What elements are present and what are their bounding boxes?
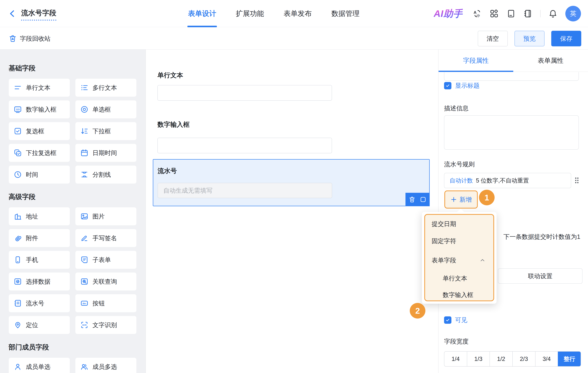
serial-number-field-selected[interactable]: 流水号 自动生成无需填写	[153, 159, 430, 206]
sidebar-field-item[interactable]: 地址	[9, 207, 70, 225]
width-option-4[interactable]: 3/4	[535, 352, 558, 366]
save-button[interactable]: 保存	[551, 31, 581, 46]
serial-rule-item[interactable]: 自动计数 5 位数字,不自动重置	[444, 173, 571, 188]
annotation-badge-1: 1	[479, 190, 494, 205]
dropdown-sub-item[interactable]: 单行文本	[432, 270, 497, 287]
width-option-1[interactable]: 1/3	[467, 352, 490, 366]
sidebar-field-item[interactable]: 时间	[9, 165, 70, 184]
translate-icon[interactable]: A中	[473, 9, 482, 18]
sidebar-field-item[interactable]: 分割线	[75, 165, 136, 184]
show-title-row[interactable]: 显示标题	[444, 81, 480, 90]
sidebar-field-item[interactable]: Btn按钮	[75, 294, 136, 313]
sidebar-field-item[interactable]: 选择数据	[9, 272, 70, 291]
sidebar-section-grid: 地址图片附件手写签名手机子表单选择数据关联查询流水号Btn按钮定位OCR文字识别	[9, 207, 136, 334]
checkbox-checked-icon[interactable]	[444, 82, 452, 89]
sidebar-field-label: 关联查询	[93, 277, 117, 286]
ocr-icon: OCR	[80, 321, 88, 329]
sidebar-field-label: 子表单	[93, 256, 111, 264]
apps-grid-icon[interactable]	[490, 9, 499, 18]
nav-tab-0[interactable]: 表单设计	[188, 0, 216, 27]
sidebar-field-item[interactable]: 成员单选	[9, 358, 70, 373]
counter-hint-text: 下一条数据提交时计数值为1	[504, 232, 580, 241]
serial-number-icon	[14, 299, 22, 307]
sidebar-field-item[interactable]: 手机	[9, 251, 70, 269]
sidebar-field-item[interactable]: 下拉框	[75, 122, 136, 140]
number-input[interactable]	[158, 138, 332, 153]
sidebar-field-item[interactable]: 123数字输入框	[9, 100, 70, 119]
field-recycle-bin[interactable]: 字段回收站	[9, 28, 51, 50]
sidebar-section-grid: 单行文本多行文本123数字输入框单选框复选框下拉框下拉复选框日期时间时间分割线	[9, 79, 136, 184]
delete-field-icon[interactable]	[409, 196, 416, 203]
sidebar-field-label: 单行文本	[26, 83, 50, 92]
address-icon	[14, 212, 22, 221]
sidebar-section-title: 基础字段	[9, 64, 136, 73]
width-option-0[interactable]: 1/4	[444, 352, 467, 366]
recycle-trash-icon	[9, 34, 17, 43]
width-option-5[interactable]: 整行	[558, 352, 581, 366]
tab-form-properties[interactable]: 表单属性	[513, 50, 588, 72]
header-left: 流水号字段	[8, 0, 56, 27]
sidebar-field-label: 下拉框	[93, 127, 111, 135]
checkbox-checked-icon[interactable]	[444, 316, 452, 324]
sidebar-field-item[interactable]: 日期时间	[75, 144, 136, 162]
ai-assistant-logo[interactable]: AI助手	[434, 7, 463, 20]
svg-text:123: 123	[16, 108, 20, 111]
sidebar-field-item[interactable]: 定位	[9, 316, 70, 334]
sidebar-field-label: 时间	[26, 171, 38, 179]
description-textarea[interactable]	[444, 115, 579, 150]
sidebar-field-label: 选择数据	[26, 277, 50, 286]
drag-handle-icon[interactable]	[573, 176, 581, 185]
chevron-up-icon	[479, 257, 486, 264]
field-palette-sidebar: 基础字段单行文本多行文本123数字输入框单选框复选框下拉框下拉复选框日期时间时间…	[0, 50, 146, 373]
nav-tab-3[interactable]: 数据管理	[331, 0, 359, 27]
sidebar-field-label: 复选框	[26, 127, 44, 135]
add-rule-button[interactable]: 新增	[444, 191, 478, 209]
serial-number-input: 自动生成无需填写	[158, 183, 332, 198]
header-actions: AI助手 A中 英	[434, 0, 581, 27]
dropdown-sub-item[interactable]: 数字输入框	[432, 287, 497, 303]
tab-field-properties[interactable]: 字段属性	[439, 50, 513, 72]
dropdown-group-form-fields[interactable]: 表单字段	[432, 251, 497, 270]
dropdown-item[interactable]: 固定字符	[432, 232, 497, 250]
width-option-3[interactable]: 2/3	[512, 352, 535, 366]
main-nav: 表单设计扩展功能表单发布数据管理	[188, 0, 359, 27]
select-data-icon	[14, 277, 22, 286]
preview-button[interactable]: 预览	[514, 31, 545, 46]
clear-button[interactable]: 清空	[478, 31, 508, 46]
sidebar-field-label: 多行文本	[93, 83, 117, 92]
single-line-text-input[interactable]	[158, 85, 332, 101]
copy-field-icon[interactable]	[420, 196, 427, 203]
sidebar-field-item[interactable]: 手写签名	[75, 229, 136, 247]
visible-row[interactable]: 可见	[444, 316, 467, 324]
sidebar-section-grid: 成员单选成员多选	[9, 358, 136, 373]
nav-tab-1[interactable]: 扩展功能	[236, 0, 264, 27]
sidebar-field-item[interactable]: 单选框	[75, 100, 136, 119]
sidebar-field-item[interactable]: 图片	[75, 207, 136, 225]
sidebar-field-item[interactable]: 下拉复选框	[9, 144, 70, 162]
sidebar-field-item[interactable]: 流水号	[9, 294, 70, 313]
sidebar-field-item[interactable]: 附件	[9, 229, 70, 247]
annotation-badge-2: 2	[410, 303, 425, 319]
sidebar-field-item[interactable]: 成员多选	[75, 358, 136, 373]
sidebar-field-item[interactable]: 子表单	[75, 251, 136, 269]
sidebar-field-item[interactable]: 多行文本	[75, 79, 136, 97]
book-icon[interactable]	[506, 9, 515, 18]
notebook-icon[interactable]	[523, 9, 532, 18]
linkage-settings-button[interactable]: 联动设置	[498, 268, 582, 284]
sidebar-field-item[interactable]: 复选框	[9, 122, 70, 140]
visible-label: 可见	[455, 316, 467, 324]
avatar[interactable]: 英	[565, 6, 581, 21]
sidebar-field-item[interactable]: 单行文本	[9, 79, 70, 97]
nav-tab-2[interactable]: 表单发布	[284, 0, 312, 27]
dropdown-item[interactable]: 提交日期	[432, 215, 497, 232]
notifications-bell-icon[interactable]	[548, 9, 557, 18]
sidebar-field-item[interactable]: OCR文字识别	[75, 316, 136, 334]
svg-text:OCR: OCR	[82, 324, 86, 326]
title-input-partial[interactable]	[444, 72, 579, 81]
width-option-2[interactable]: 1/2	[490, 352, 512, 366]
sidebar-field-label: 附件	[26, 234, 38, 242]
back-icon[interactable]	[8, 9, 17, 18]
rule-type: 自动计数	[450, 177, 473, 184]
field-action-bar	[406, 193, 430, 206]
sidebar-field-item[interactable]: 关联查询	[75, 272, 136, 291]
